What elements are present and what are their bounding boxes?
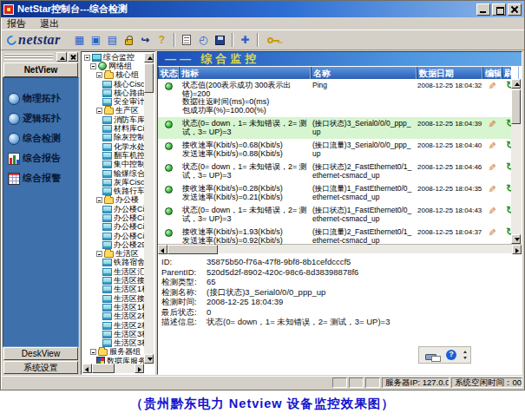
sidebar-item-0[interactable]: 物理拓扑 [3,89,78,108]
collapse-panel-button[interactable] [56,52,67,62]
key-icon[interactable] [262,32,279,48]
close-button[interactable] [508,3,522,16]
scroll-thumb[interactable] [511,89,521,124]
edit-pencil-icon[interactable]: ✎ [488,141,496,149]
edit-pencil-icon[interactable]: ✎ [488,82,496,89]
sidebar-bottom-button-1[interactable]: 系统设置 [3,361,78,374]
scroll-right-button[interactable] [135,364,144,373]
status-cell [158,117,179,139]
status-bar: 服务器IP: 127.0.0.1 系统空闲时间：00:00:00 [2,376,523,389]
tile-windows-icon[interactable]: ▤ [104,32,121,48]
toolbar-chevron[interactable] [463,348,469,362]
table-row[interactable]: 状态(0= down，1= 未知错误，2= 测试，3= UP)=3(接口状态)2… [158,161,511,182]
scroll-up-button[interactable] [511,79,521,89]
table-vertical-scrollbar[interactable] [511,79,522,244]
sw-icon [102,223,112,231]
detail-label: 检测时间: [161,297,207,307]
column-header-4[interactable]: 编辑 [482,67,502,79]
edit-pencil-icon[interactable]: ✎ [488,120,496,128]
sidebar-bottom-button-0[interactable]: DeskView [3,347,78,360]
tree-item[interactable]: 数据库服务器1(1 [82,357,144,364]
tree-expander-icon[interactable] [96,251,102,257]
table-row[interactable]: 接收速率(Kbit/s)=0.28(Kbit/s)发送速率(Kbit/s)=0.… [158,182,511,204]
column-header-3[interactable]: 数据日期 [417,67,482,79]
edit-pencil-icon[interactable]: ✎ [488,163,496,171]
name-cell: (接口状态)1_FastEthernet0/0_ethernet-csmacd_… [311,204,417,226]
sw-icon [102,331,112,338]
close-panel-button[interactable] [68,52,78,62]
scroll-thumb[interactable] [144,63,154,93]
folder-icon [104,197,114,204]
tree-horizontal-scrollbar[interactable] [82,364,144,373]
sw-icon [102,143,112,151]
sw-icon [102,81,112,89]
help-icon[interactable]: ? [154,32,170,48]
sidebar-item-2[interactable]: 综合检测 [3,128,78,148]
report-page-icon[interactable] [179,32,195,48]
column-header-0[interactable]: 状态 [158,67,179,79]
sw-icon [102,214,112,222]
edit-cell: ✎ [482,226,502,247]
scroll-up-button[interactable] [144,53,154,62]
minimize-button[interactable] [476,3,490,16]
menu-item-report[interactable]: 报告 [7,17,26,30]
grid-view-icon[interactable]: ▦ [71,32,88,48]
sidebar-item-1[interactable]: 逻辑拓扑 [3,108,78,128]
status-cell-3 [365,377,380,388]
cascade-windows-icon[interactable]: ▣ [88,32,104,48]
restore-button[interactable] [492,3,506,16]
drag-grip[interactable] [4,54,53,60]
time-globe-icon[interactable]: ◴ [195,32,212,48]
tree-expander-icon[interactable] [96,197,102,203]
menu-item-exit[interactable]: 退出 [40,17,59,30]
column-header-2[interactable]: 名称 [311,67,417,79]
column-header-5[interactable]: 刷新 [502,67,519,79]
status-cell-1 [332,377,347,388]
help-button[interactable]: ? [442,348,461,362]
edit-pencil-icon[interactable]: ✎ [488,207,496,214]
app-icon [3,4,14,15]
image-caption: （贵州黔东电力 Netview 设备监控效果图） [0,396,525,412]
detail-value: 状态(0= down，1= 未知错误，2= 测试，3= UP)=3 [207,317,390,327]
device-tree: 综合监控网络组核心组核心Cisco 45核心路由器(1安全审计系统生产区消防车库… [82,53,144,364]
table-row[interactable]: 状态值(200表示成功 300表示出错)=200数据往返时间(ms)=0(ms)… [158,79,511,117]
column-header-1[interactable]: 指标 [179,67,311,79]
table-row[interactable]: 接收速率(Kbit/s)=1.93(Kbit/s)发送速率(Kbit/s)=0.… [158,226,511,247]
scroll-down-button[interactable] [511,234,521,244]
edit-pencil-icon[interactable]: ✎ [488,228,496,236]
table-row[interactable]: 状态(0= down，1= 未知错误，2= 测试，3= UP)=3(接口状态)1… [158,204,511,226]
sidebar-item-3[interactable]: 综合报告 [3,148,78,168]
lock-icon[interactable] [121,32,137,48]
netview-group-button[interactable]: NetView [3,62,78,77]
server-ip-status: 服务器IP: 127.0.0.1 [382,377,450,388]
detail-line: 检测名称:(接口状态)3_Serial0/0/0_ppp_up [161,287,520,298]
table-row[interactable]: 接收速率(Kbit/s)=0.68(Kbit/s)发送速率(Kbit/s)=0.… [158,139,511,161]
tree-expander-icon[interactable] [90,349,96,355]
date-cell: 2008-12-25 18:04:37 [417,226,482,247]
exit-icon[interactable]: ↪ [137,32,154,48]
scroll-down-button[interactable] [144,354,154,364]
sw-icon [102,241,112,249]
move-icon[interactable]: ✚ [237,32,253,48]
tree-expander-icon[interactable] [96,108,102,114]
detail-line: 描述信息:状态(0= down，1= 未知错误，2= 测试，3= UP)=3 [161,317,520,327]
metric-cell: 状态值(200表示成功 300表示出错)=200数据往返时间(ms)=0(ms)… [179,79,311,117]
monitor-main-panel: —— 综合监控 状态指标名称数据日期编辑刷新 状态值(200表示成功 300表示… [157,51,522,375]
tree-expander-icon[interactable] [84,55,90,61]
scroll-left-button[interactable] [82,364,92,373]
table-row[interactable]: 状态(0= down，1= 未知错误，2= 测试，3= UP)=3(接口状态)3… [158,117,511,139]
save-disk-icon[interactable] [212,32,228,48]
scroll-thumb[interactable] [92,364,115,373]
detail-line: ParentID:520d5d2f-8902-420c-98c6-8d38398… [161,267,520,278]
edit-pencil-icon[interactable]: ✎ [488,185,496,193]
detail-value: 65 [207,277,216,287]
sw-icon [102,322,112,330]
toolbar: netstar ▦▣▤↪?◴✚ [1,30,524,50]
sidebar-item-4[interactable]: 综合报警 [3,168,78,188]
tree-expander-icon[interactable] [90,63,96,69]
tree-vertical-scrollbar[interactable] [144,53,154,364]
detail-value: 0 [207,307,211,318]
print-button[interactable] [421,348,440,362]
tree-expander-icon[interactable] [96,72,102,78]
status-cell [158,79,179,117]
